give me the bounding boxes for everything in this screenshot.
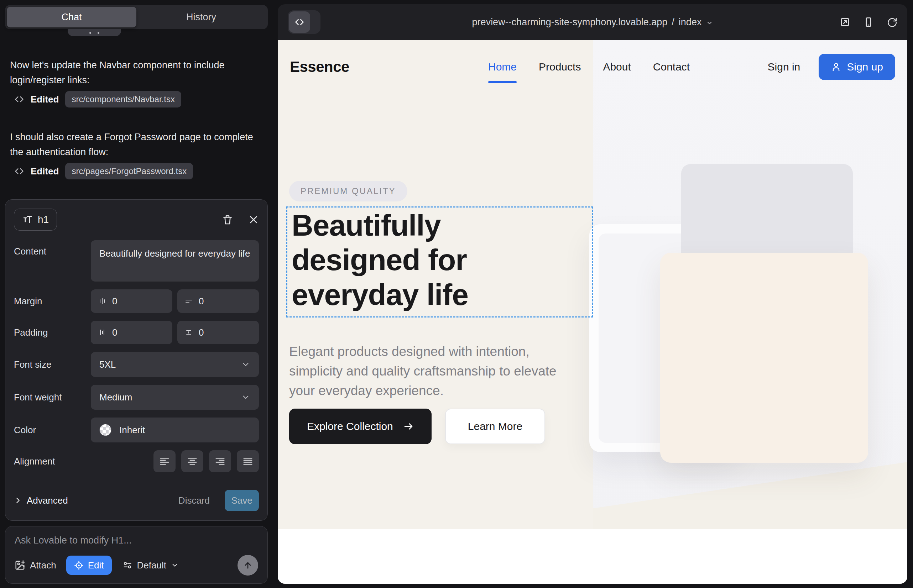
edited-label: Edited — [31, 94, 59, 105]
mobile-view-icon[interactable] — [863, 17, 874, 27]
lovable-app: Chat History Now let's update the Navbar… — [0, 0, 913, 588]
chevron-down-icon — [171, 561, 179, 569]
padding-x-input[interactable]: 0 — [91, 321, 172, 344]
edit-label: Edit — [88, 560, 104, 571]
font-size-row: Font size 5XL — [14, 352, 259, 377]
nav-link-about[interactable]: About — [603, 61, 631, 73]
mode-selector[interactable]: Default — [123, 560, 179, 571]
url-separator: / — [672, 17, 674, 28]
align-left-button[interactable] — [154, 450, 176, 472]
scrolled-badge-clipped — [68, 29, 121, 36]
advanced-toggle[interactable]: Advanced — [14, 495, 68, 506]
code-icon — [14, 166, 24, 176]
content-input[interactable]: Beautifully designed for everyday life — [91, 240, 259, 281]
type-icon — [22, 214, 33, 225]
attach-button[interactable]: Attach — [15, 560, 56, 571]
send-button[interactable] — [238, 555, 258, 575]
element-editor-panel: h1 Content Beautifully designed for ever… — [5, 199, 268, 521]
font-size-label: Font size — [14, 359, 91, 370]
color-row: Color Inherit — [14, 417, 259, 443]
chat-composer[interactable]: Ask Lovable to modify H1... Attach Edit — [5, 526, 268, 584]
nav-link-contact[interactable]: Contact — [653, 61, 690, 73]
arrow-up-icon — [243, 560, 253, 570]
chevron-down-icon — [706, 19, 713, 26]
image-plus-icon — [15, 560, 25, 570]
align-right-button[interactable] — [209, 450, 231, 472]
margin-x-input[interactable]: 0 — [91, 289, 172, 313]
site-navbar: Essence Home Products About Contact Sign… — [278, 40, 907, 94]
composer-placeholder[interactable]: Ask Lovable to modify H1... — [15, 535, 258, 546]
font-weight-row: Font weight Medium — [14, 385, 259, 410]
alignment-label: Alignment — [14, 456, 91, 467]
url-path: index — [679, 17, 702, 28]
align-center-icon — [187, 456, 197, 467]
chat-panel: Chat History Now let's update the Navbar… — [0, 0, 273, 588]
decorative-card-cream — [660, 253, 868, 463]
learn-more-label: Learn More — [468, 420, 522, 433]
preview-viewport: Essence Home Products About Contact Sign… — [278, 40, 907, 584]
locate-target-icon — [74, 561, 84, 570]
content-row: Content Beautifully designed for everyda… — [14, 240, 259, 281]
file-badge[interactable]: src/components/Navbar.tsx — [65, 91, 181, 108]
edited-label: Edited — [31, 166, 59, 177]
hero-description: Elegant products designed with intention… — [289, 342, 578, 401]
close-icon[interactable] — [248, 214, 259, 225]
font-weight-select[interactable]: Medium — [91, 385, 259, 410]
tab-chat[interactable]: Chat — [7, 7, 136, 27]
font-size-select[interactable]: 5XL — [91, 352, 259, 377]
learn-more-button[interactable]: Learn More — [445, 409, 545, 444]
attach-label: Attach — [30, 560, 56, 571]
padding-row: Padding 0 0 — [14, 321, 259, 344]
edited-file-row: Edited src/pages/ForgotPassword.tsx — [14, 163, 193, 179]
align-left-icon — [159, 456, 170, 467]
tab-history[interactable]: History — [136, 7, 266, 27]
hero-headline[interactable]: Beautifully designed for everyday life — [291, 208, 555, 312]
padding-y-icon — [185, 328, 193, 337]
hero-section: Essence Home Products About Contact Sign… — [278, 40, 907, 529]
sign-in-link[interactable]: Sign in — [768, 61, 800, 73]
file-badge[interactable]: src/pages/ForgotPassword.tsx — [65, 163, 193, 179]
save-button[interactable]: Save — [225, 490, 259, 511]
arrow-right-icon — [403, 421, 414, 432]
nav-links: Home Products About Contact — [488, 61, 690, 73]
margin-y-input[interactable]: 0 — [177, 289, 259, 313]
margin-y-icon — [185, 297, 193, 305]
padding-y-input[interactable]: 0 — [177, 321, 259, 344]
chevron-down-icon — [241, 393, 250, 402]
assistant-message: Now let's update the Navbar component to… — [10, 58, 264, 88]
color-select[interactable]: Inherit — [91, 417, 259, 443]
premium-quality-badge: PREMIUM QUALITY — [289, 181, 407, 202]
content-label: Content — [14, 240, 91, 257]
explore-collection-button[interactable]: Explore Collection — [289, 409, 432, 444]
nav-link-products[interactable]: Products — [539, 61, 581, 73]
edit-mode-button[interactable]: Edit — [66, 556, 112, 575]
code-view-toggle[interactable] — [288, 10, 321, 34]
nav-link-home[interactable]: Home — [488, 61, 517, 73]
sliders-icon — [123, 560, 133, 570]
h1-selection-outline[interactable]: Beautifully designed for everyday life — [286, 207, 593, 318]
site-logo[interactable]: Essence — [290, 58, 349, 76]
sign-up-label: Sign up — [847, 61, 883, 73]
url-bar[interactable]: preview--charming-site-symphony.lovable.… — [472, 17, 713, 28]
sign-up-button[interactable]: Sign up — [819, 54, 895, 80]
element-tag-pill[interactable]: h1 — [14, 208, 57, 231]
align-center-button[interactable] — [181, 450, 203, 472]
align-justify-button[interactable] — [237, 450, 259, 472]
element-tag-label: h1 — [38, 214, 49, 225]
composer-toolbar: Attach Edit Default — [15, 555, 258, 575]
editor-header: h1 — [14, 208, 259, 231]
discard-button[interactable]: Discard — [178, 495, 210, 506]
refresh-icon[interactable] — [887, 17, 897, 27]
font-weight-label: Font weight — [14, 392, 91, 403]
url-host: preview--charming-site-symphony.lovable.… — [472, 17, 668, 28]
chevron-down-icon — [241, 360, 250, 369]
open-external-icon[interactable] — [840, 17, 850, 27]
user-icon — [831, 61, 842, 72]
chat-history-tabs: Chat History — [5, 5, 268, 29]
code-icon — [14, 94, 24, 104]
edited-file-row: Edited src/components/Navbar.tsx — [14, 91, 181, 108]
delete-element-button[interactable] — [222, 214, 233, 225]
code-icon — [295, 17, 304, 27]
editor-footer: Advanced Discard Save — [14, 490, 259, 511]
color-swatch — [99, 424, 112, 436]
